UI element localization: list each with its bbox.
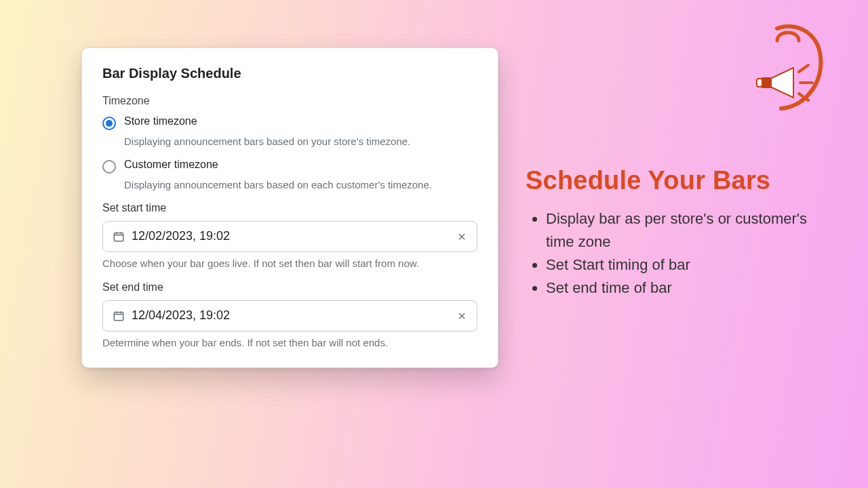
shopping-bag-megaphone-icon bbox=[747, 24, 835, 113]
promo-bullet: Set end time of bar bbox=[546, 277, 837, 300]
promo-list: Display bar as per store's or customer's… bbox=[526, 207, 837, 300]
end-time-label: Set end time bbox=[102, 281, 477, 293]
calendar-icon bbox=[113, 310, 125, 322]
timezone-label: Timezone bbox=[102, 95, 477, 107]
svg-marker-2 bbox=[770, 68, 793, 98]
start-time-helper: Choose when your bar goes live. If not s… bbox=[102, 258, 477, 269]
radio-icon bbox=[102, 160, 116, 174]
radio-store-desc: Displaying announcement bars based on yo… bbox=[124, 134, 477, 149]
app-logo bbox=[747, 24, 835, 113]
svg-rect-0 bbox=[114, 232, 123, 241]
promo-bullet: Set Start timing of bar bbox=[546, 253, 837, 277]
radio-icon bbox=[102, 117, 116, 130]
start-time-value: 12/02/2023, 19:02 bbox=[132, 229, 450, 243]
radio-customer-timezone[interactable]: Customer timezone bbox=[102, 159, 477, 174]
svg-rect-4 bbox=[757, 79, 762, 87]
promo-block: Schedule Your Bars Display bar as per st… bbox=[526, 166, 837, 300]
svg-line-5 bbox=[799, 65, 808, 72]
start-time-input[interactable]: 12/02/2023, 19:02 × bbox=[102, 221, 477, 252]
start-time-label: Set start time bbox=[102, 202, 477, 214]
clear-end-icon[interactable]: × bbox=[456, 309, 467, 323]
end-time-helper: Determine when your bar ends. If not set… bbox=[102, 337, 477, 348]
calendar-icon bbox=[113, 230, 125, 243]
stage: Bar Display Schedule Timezone Store time… bbox=[0, 0, 868, 488]
card-title: Bar Display Schedule bbox=[102, 66, 477, 81]
end-time-value: 12/04/2023, 19:02 bbox=[132, 308, 450, 323]
promo-bullet: Display bar as per store's or customer's… bbox=[546, 207, 837, 253]
radio-customer-desc: Displaying announcement bars based on ea… bbox=[124, 178, 477, 192]
clear-start-icon[interactable]: × bbox=[456, 230, 467, 243]
promo-heading: Schedule Your Bars bbox=[526, 166, 837, 195]
radio-label: Customer timezone bbox=[124, 159, 218, 171]
radio-label: Store timezone bbox=[124, 115, 197, 127]
radio-store-timezone[interactable]: Store timezone bbox=[102, 115, 477, 130]
svg-rect-1 bbox=[114, 312, 123, 320]
end-time-input[interactable]: 12/04/2023, 19:02 × bbox=[102, 300, 477, 331]
schedule-card: Bar Display Schedule Timezone Store time… bbox=[81, 47, 498, 368]
